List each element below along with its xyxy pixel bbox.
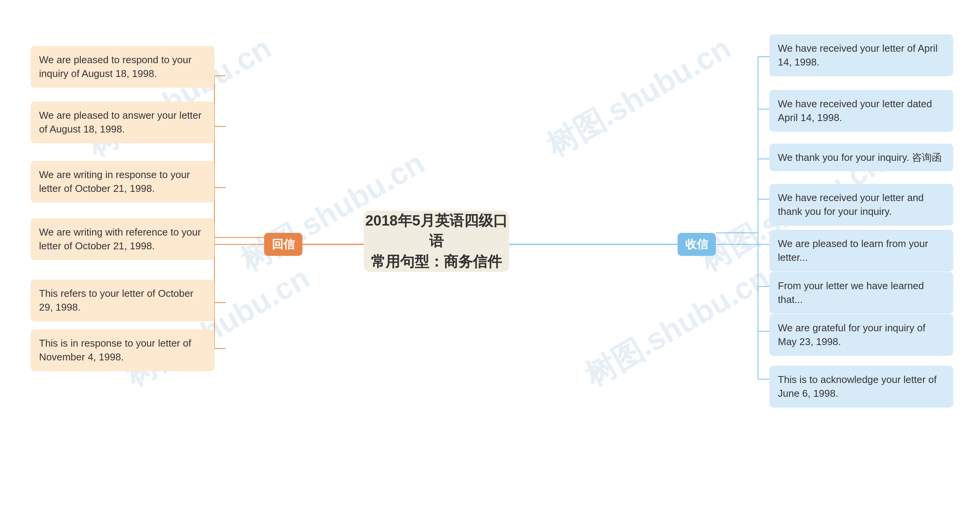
left-node-6: This is in response to your letter of No… <box>31 329 214 371</box>
left-node-3: We are writing in response to your lette… <box>31 161 214 203</box>
right-node-2: We have received your letter dated April… <box>769 90 953 132</box>
right-node-4: We have received your letter and thank y… <box>769 184 953 226</box>
center-node: 2018年5月英语四级口语 常用句型：商务信件 <box>364 211 509 272</box>
left-node-1: We are pleased to respond to your inquir… <box>31 46 214 88</box>
right-node-3: We thank you for your inquiry. 咨询函 <box>769 144 953 171</box>
branch-right: 收信 <box>678 233 716 256</box>
left-node-4: We are writing with reference to your le… <box>31 218 214 260</box>
branch-left: 回信 <box>264 233 302 256</box>
right-node-7: We are grateful for your inquiry of May … <box>769 314 953 356</box>
left-node-5: This refers to your letter of October 29… <box>31 280 214 321</box>
mind-map: 树图.shubu.cn 树图.shubu.cn 树图.shubu.cn 树图.s… <box>0 0 980 527</box>
right-node-1: We have received your letter of April 14… <box>769 34 953 76</box>
right-node-5: We are pleased to learn from your letter… <box>769 230 953 272</box>
left-node-2: We are pleased to answer your letter of … <box>31 101 214 143</box>
right-node-6: From your letter we have learned that... <box>769 272 953 314</box>
center-title: 2018年5月英语四级口语 常用句型：商务信件 <box>364 211 509 272</box>
right-node-8: This is to acknowledge your letter of Ju… <box>769 366 953 408</box>
